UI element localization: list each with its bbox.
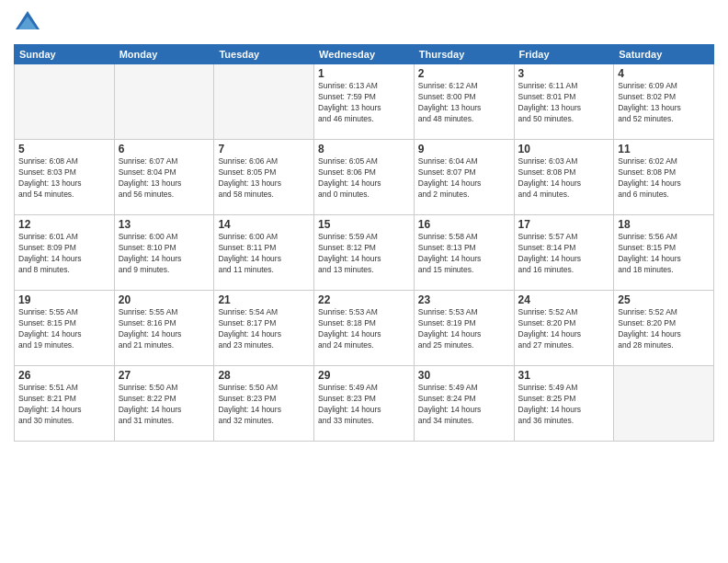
day-number: 18	[618, 218, 710, 231]
calendar-cell: 26Sunrise: 5:51 AM Sunset: 8:21 PM Dayli…	[15, 366, 115, 442]
calendar-week-row: 26Sunrise: 5:51 AM Sunset: 8:21 PM Dayli…	[15, 366, 714, 442]
calendar-cell: 5Sunrise: 6:08 AM Sunset: 8:03 PM Daylig…	[15, 140, 115, 215]
page: SundayMondayTuesdayWednesdayThursdayFrid…	[0, 0, 728, 563]
day-number: 1	[318, 67, 410, 80]
calendar-cell: 15Sunrise: 5:59 AM Sunset: 8:12 PM Dayli…	[314, 215, 415, 291]
calendar-cell: 22Sunrise: 5:53 AM Sunset: 8:18 PM Dayli…	[314, 291, 415, 366]
day-number: 21	[218, 293, 310, 306]
day-info: Sunrise: 5:52 AM Sunset: 8:20 PM Dayligh…	[518, 307, 610, 351]
day-number: 2	[418, 67, 510, 80]
day-info: Sunrise: 6:00 AM Sunset: 8:10 PM Dayligh…	[119, 232, 210, 276]
day-number: 27	[119, 369, 210, 382]
day-info: Sunrise: 5:50 AM Sunset: 8:23 PM Dayligh…	[218, 383, 310, 427]
calendar-cell: 30Sunrise: 5:49 AM Sunset: 8:24 PM Dayli…	[414, 366, 514, 442]
calendar-cell: 19Sunrise: 5:55 AM Sunset: 8:15 PM Dayli…	[15, 291, 115, 366]
day-info: Sunrise: 6:09 AM Sunset: 8:02 PM Dayligh…	[618, 81, 710, 125]
calendar-cell: 10Sunrise: 6:03 AM Sunset: 8:08 PM Dayli…	[514, 140, 614, 215]
day-info: Sunrise: 5:53 AM Sunset: 8:19 PM Dayligh…	[418, 307, 510, 351]
day-number: 20	[119, 293, 210, 306]
day-number: 25	[618, 293, 710, 306]
calendar-cell	[614, 366, 714, 442]
calendar-cell: 28Sunrise: 5:50 AM Sunset: 8:23 PM Dayli…	[214, 366, 314, 442]
day-number: 14	[218, 218, 310, 231]
day-number: 15	[318, 218, 410, 231]
day-info: Sunrise: 5:50 AM Sunset: 8:22 PM Dayligh…	[119, 383, 210, 427]
day-number: 26	[18, 369, 110, 382]
day-number: 5	[18, 143, 110, 155]
day-info: Sunrise: 5:56 AM Sunset: 8:15 PM Dayligh…	[618, 232, 710, 276]
weekday-header: Saturday	[614, 45, 714, 64]
calendar-cell: 17Sunrise: 5:57 AM Sunset: 8:14 PM Dayli…	[514, 215, 614, 291]
day-number: 10	[518, 143, 610, 155]
day-number: 13	[119, 218, 210, 231]
calendar-cell: 14Sunrise: 6:00 AM Sunset: 8:11 PM Dayli…	[214, 215, 314, 291]
day-info: Sunrise: 6:01 AM Sunset: 8:09 PM Dayligh…	[18, 232, 110, 276]
calendar-table: SundayMondayTuesdayWednesdayThursdayFrid…	[14, 44, 714, 442]
calendar-week-row: 1Sunrise: 6:13 AM Sunset: 7:59 PM Daylig…	[15, 64, 714, 140]
calendar-cell: 12Sunrise: 6:01 AM Sunset: 8:09 PM Dayli…	[15, 215, 115, 291]
calendar-cell: 2Sunrise: 6:12 AM Sunset: 8:00 PM Daylig…	[414, 64, 514, 140]
day-number: 6	[119, 143, 210, 155]
calendar-cell	[15, 64, 115, 140]
logo	[14, 9, 45, 37]
day-info: Sunrise: 5:49 AM Sunset: 8:24 PM Dayligh…	[418, 383, 510, 427]
calendar-cell: 31Sunrise: 5:49 AM Sunset: 8:25 PM Dayli…	[514, 366, 614, 442]
day-info: Sunrise: 6:02 AM Sunset: 8:08 PM Dayligh…	[618, 156, 710, 201]
day-number: 24	[518, 293, 610, 306]
day-number: 16	[418, 218, 510, 231]
calendar-cell: 11Sunrise: 6:02 AM Sunset: 8:08 PM Dayli…	[614, 140, 714, 215]
calendar-cell: 24Sunrise: 5:52 AM Sunset: 8:20 PM Dayli…	[514, 291, 614, 366]
day-info: Sunrise: 6:03 AM Sunset: 8:08 PM Dayligh…	[518, 156, 610, 201]
day-number: 19	[18, 293, 110, 306]
calendar-cell: 21Sunrise: 5:54 AM Sunset: 8:17 PM Dayli…	[214, 291, 314, 366]
weekday-header: Thursday	[414, 45, 514, 64]
day-info: Sunrise: 6:04 AM Sunset: 8:07 PM Dayligh…	[418, 156, 510, 201]
calendar-cell: 29Sunrise: 5:49 AM Sunset: 8:23 PM Dayli…	[314, 366, 415, 442]
calendar-cell	[114, 64, 214, 140]
day-info: Sunrise: 5:57 AM Sunset: 8:14 PM Dayligh…	[518, 232, 610, 276]
weekday-header: Friday	[514, 45, 614, 64]
day-number: 29	[318, 369, 410, 382]
calendar-cell: 23Sunrise: 5:53 AM Sunset: 8:19 PM Dayli…	[414, 291, 514, 366]
day-info: Sunrise: 6:07 AM Sunset: 8:04 PM Dayligh…	[119, 156, 210, 201]
day-number: 23	[418, 293, 510, 306]
calendar-cell: 6Sunrise: 6:07 AM Sunset: 8:04 PM Daylig…	[114, 140, 214, 215]
day-info: Sunrise: 5:52 AM Sunset: 8:20 PM Dayligh…	[618, 307, 710, 351]
calendar-cell: 8Sunrise: 6:05 AM Sunset: 8:06 PM Daylig…	[314, 140, 415, 215]
day-number: 3	[518, 67, 610, 80]
day-number: 28	[218, 369, 310, 382]
day-info: Sunrise: 6:13 AM Sunset: 7:59 PM Dayligh…	[318, 81, 410, 125]
day-number: 4	[618, 67, 710, 80]
day-number: 22	[318, 293, 410, 306]
day-number: 11	[618, 143, 710, 155]
day-info: Sunrise: 5:49 AM Sunset: 8:25 PM Dayligh…	[518, 383, 610, 427]
day-info: Sunrise: 5:55 AM Sunset: 8:15 PM Dayligh…	[18, 307, 110, 351]
day-info: Sunrise: 5:54 AM Sunset: 8:17 PM Dayligh…	[218, 307, 310, 351]
day-number: 7	[218, 143, 310, 155]
calendar-cell: 13Sunrise: 6:00 AM Sunset: 8:10 PM Dayli…	[114, 215, 214, 291]
header	[14, 9, 714, 37]
day-info: Sunrise: 5:53 AM Sunset: 8:18 PM Dayligh…	[318, 307, 410, 351]
day-info: Sunrise: 5:49 AM Sunset: 8:23 PM Dayligh…	[318, 383, 410, 427]
calendar-cell: 25Sunrise: 5:52 AM Sunset: 8:20 PM Dayli…	[614, 291, 714, 366]
calendar-cell: 27Sunrise: 5:50 AM Sunset: 8:22 PM Dayli…	[114, 366, 214, 442]
day-info: Sunrise: 6:11 AM Sunset: 8:01 PM Dayligh…	[518, 81, 610, 125]
day-number: 30	[418, 369, 510, 382]
weekday-header-row: SundayMondayTuesdayWednesdayThursdayFrid…	[15, 45, 714, 64]
day-number: 9	[418, 143, 510, 155]
calendar-cell: 7Sunrise: 6:06 AM Sunset: 8:05 PM Daylig…	[214, 140, 314, 215]
weekday-header: Monday	[114, 45, 214, 64]
calendar-cell: 20Sunrise: 5:55 AM Sunset: 8:16 PM Dayli…	[114, 291, 214, 366]
calendar-week-row: 5Sunrise: 6:08 AM Sunset: 8:03 PM Daylig…	[15, 140, 714, 215]
day-info: Sunrise: 6:05 AM Sunset: 8:06 PM Dayligh…	[318, 156, 410, 201]
day-info: Sunrise: 6:00 AM Sunset: 8:11 PM Dayligh…	[218, 232, 310, 276]
calendar-cell	[214, 64, 314, 140]
calendar-week-row: 12Sunrise: 6:01 AM Sunset: 8:09 PM Dayli…	[15, 215, 714, 291]
calendar-week-row: 19Sunrise: 5:55 AM Sunset: 8:15 PM Dayli…	[15, 291, 714, 366]
day-info: Sunrise: 5:58 AM Sunset: 8:13 PM Dayligh…	[418, 232, 510, 276]
weekday-header: Wednesday	[314, 45, 415, 64]
calendar-cell: 3Sunrise: 6:11 AM Sunset: 8:01 PM Daylig…	[514, 64, 614, 140]
day-number: 31	[518, 369, 610, 382]
day-number: 17	[518, 218, 610, 231]
day-number: 8	[318, 143, 410, 155]
